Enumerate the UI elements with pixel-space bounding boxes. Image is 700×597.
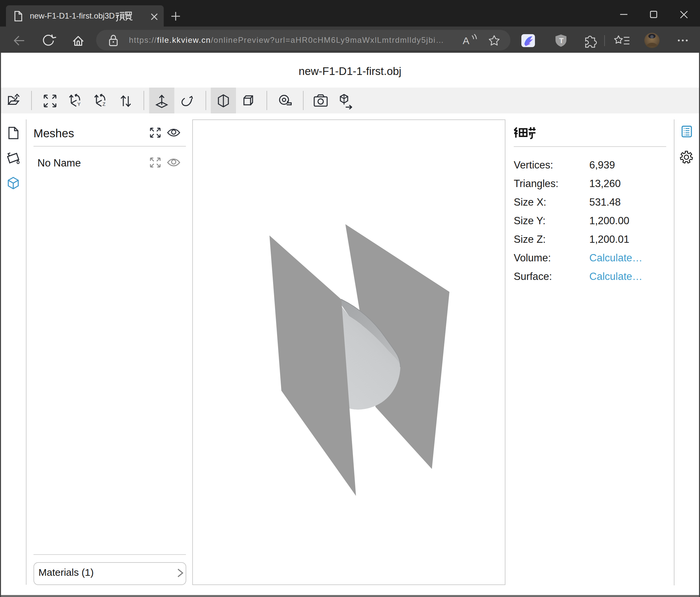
svg-text:Z: Z [103,101,106,107]
svg-text:A: A [463,35,469,46]
svg-text:Y: Y [78,101,81,107]
svg-text:T: T [559,37,564,45]
